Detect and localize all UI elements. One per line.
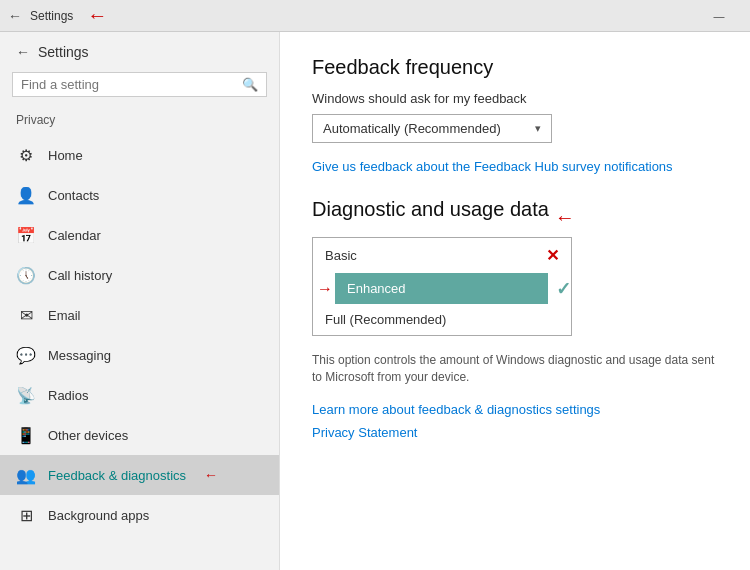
minimize-button[interactable]: — [696,0,742,32]
privacy-label: Privacy [0,109,279,135]
sidebar-item-contacts[interactable]: 👤Contacts [0,175,279,215]
sidebar-item-label-call-history: Call history [48,268,112,283]
sidebar-item-label-radios: Radios [48,388,88,403]
background-apps-icon: ⊞ [16,505,36,525]
diagnostic-option-full[interactable]: Full (Recommended) [313,304,571,335]
sidebar-item-label-calendar: Calendar [48,228,101,243]
nav-items-container: ⚙Home👤Contacts📅Calendar🕔Call history✉Ema… [0,135,279,535]
search-icon: 🔍 [242,77,258,92]
sidebar-item-label-feedback: Feedback & diagnostics [48,468,186,483]
arrow-annotation-diagnostic: ← [555,206,575,229]
feedback-icon: 👥 [16,465,36,485]
dropdown-arrow-icon: ▾ [535,122,541,135]
contacts-icon: 👤 [16,185,36,205]
radios-icon: 📡 [16,385,36,405]
sidebar-back-button[interactable]: ← [16,44,30,60]
sidebar-item-radios[interactable]: 📡Radios [0,375,279,415]
x-mark-icon: ✕ [546,246,559,265]
content-area: Feedback frequency Windows should ask fo… [280,32,750,570]
call-history-icon: 🕔 [16,265,36,285]
main-container: ← Settings 🔍 Privacy ⚙Home👤Contacts📅Cale… [0,32,750,570]
search-box[interactable]: 🔍 [12,72,267,97]
sidebar-item-label-contacts: Contacts [48,188,99,203]
feedback-subtitle: Windows should ask for my feedback [312,91,718,106]
privacy-statement-link[interactable]: Privacy Statement [312,425,718,440]
sidebar-item-feedback[interactable]: 👥Feedback & diagnostics← [0,455,279,495]
learn-more-link[interactable]: Learn more about feedback & diagnostics … [312,402,718,417]
diagnostic-option-basic[interactable]: Basic ✕ [313,238,571,273]
feedback-section-title: Feedback frequency [312,56,718,79]
sidebar-item-label-messaging: Messaging [48,348,111,363]
diagnostic-dropdown[interactable]: Basic ✕ → Enhanced ✓ Full (Recommended) [312,237,572,336]
arrow-annotation-feedback: ← [204,467,218,483]
sidebar-header: ← Settings [0,32,279,72]
home-icon: ⚙ [16,145,36,165]
diagnostic-option-enhanced[interactable]: Enhanced [335,273,548,304]
sidebar-item-label-other-devices: Other devices [48,428,128,443]
sidebar-title: Settings [38,44,89,60]
feedback-hub-link[interactable]: Give us feedback about the Feedback Hub … [312,159,718,174]
email-icon: ✉ [16,305,36,325]
diagnostic-option-row-basic: Basic ✕ [313,238,571,273]
sidebar-item-label-background-apps: Background apps [48,508,149,523]
titlebar-title: Settings [30,9,73,23]
search-input[interactable] [21,77,242,92]
diagnostic-option-row-enhanced: → Enhanced ✓ [313,273,571,304]
sidebar-item-background-apps[interactable]: ⊞Background apps [0,495,279,535]
diagnostic-option-full-label: Full (Recommended) [325,312,446,327]
diagnostic-option-basic-label: Basic [325,248,357,263]
sidebar-item-calendar[interactable]: 📅Calendar [0,215,279,255]
sidebar-item-call-history[interactable]: 🕔Call history [0,255,279,295]
sidebar-item-messaging[interactable]: 💬Messaging [0,335,279,375]
arrow-annotation-title: ← [87,4,107,27]
back-button[interactable]: ← [8,8,22,24]
messaging-icon: 💬 [16,345,36,365]
sidebar-item-email[interactable]: ✉Email [0,295,279,335]
titlebar: ← Settings ← — [0,0,750,32]
calendar-icon: 📅 [16,225,36,245]
sidebar-item-other-devices[interactable]: 📱Other devices [0,415,279,455]
sidebar-item-label-home: Home [48,148,83,163]
sidebar: ← Settings 🔍 Privacy ⚙Home👤Contacts📅Cale… [0,32,280,570]
other-devices-icon: 📱 [16,425,36,445]
sidebar-item-home[interactable]: ⚙Home [0,135,279,175]
diagnostic-option-enhanced-label: Enhanced [347,281,406,296]
feedback-dropdown[interactable]: Automatically (Recommended) ▾ [312,114,552,143]
check-mark-icon: ✓ [556,278,571,300]
sidebar-item-label-email: Email [48,308,81,323]
arrow-annotation-enhanced: → [317,280,333,298]
diagnostic-description: This option controls the amount of Windo… [312,352,718,386]
diagnostic-section-title: Diagnostic and usage data [312,198,549,221]
feedback-dropdown-value: Automatically (Recommended) [323,121,501,136]
